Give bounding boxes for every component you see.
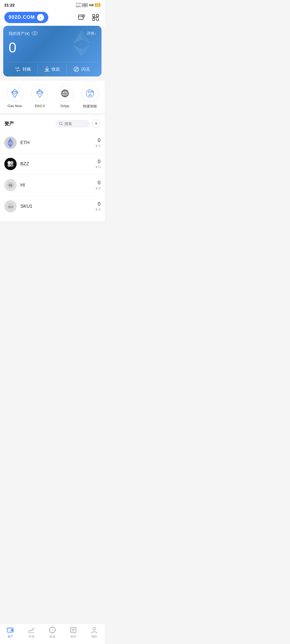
svg-marker-20 <box>82 45 90 57</box>
eth-cny: ¥ 0 <box>96 144 100 148</box>
quick-action-eth2[interactable]: Eth2.0 <box>31 85 48 109</box>
svg-rect-2 <box>93 4 93 6</box>
hi-logo: Hi <box>4 179 17 191</box>
svg-point-15 <box>32 31 37 35</box>
network-icon: 4G <box>89 3 94 7</box>
logo-button[interactable]: 902D.COM › <box>4 12 48 23</box>
assets-header: 资产 + <box>4 119 100 128</box>
eth-logo <box>4 137 17 149</box>
gas-now-icon <box>6 85 23 102</box>
add-chain-label: 快捷加链 <box>83 104 97 109</box>
receive-button[interactable]: 收款 <box>38 62 67 76</box>
search-input[interactable] <box>64 122 86 126</box>
search-bar: + <box>55 119 100 128</box>
asset-name-bzz: BZZ <box>20 161 96 167</box>
assets-section: 资产 + <box>0 115 105 221</box>
asset-name-eth: ETH <box>20 140 96 145</box>
asset-values-sku1: 0 ¥ 0 <box>96 201 100 211</box>
gas-now-label: Gas Now <box>8 104 22 108</box>
svg-marker-36 <box>88 94 92 96</box>
svg-marker-17 <box>73 30 82 43</box>
transfer-label: 转账 <box>23 67 31 72</box>
header-actions <box>77 13 100 22</box>
quick-action-dapp[interactable]: DApp <box>57 85 73 109</box>
asset-list: ETH 0 ¥ 0 BZZ 0 ¥ 0 <box>4 132 100 217</box>
search-input-wrap[interactable] <box>55 120 90 127</box>
search-icon <box>59 122 63 126</box>
eth2-icon <box>31 85 48 102</box>
hd-badge: HD <box>82 3 88 7</box>
asset-item-eth[interactable]: ETH 0 ¥ 0 <box>4 132 100 153</box>
svg-point-21 <box>74 67 79 72</box>
svg-rect-1 <box>92 5 93 6</box>
asset-label: 我的资产(¥) <box>9 31 38 36</box>
speed-indicator: 27.8 KB/s <box>76 2 81 8</box>
eth-watermark <box>68 30 95 58</box>
dapp-label: DApp <box>60 104 69 108</box>
asset-item-sku1[interactable]: SKU SKU1 0 ¥ 0 <box>4 196 100 217</box>
eth2-label: Eth2.0 <box>35 104 45 108</box>
scan-plus-button[interactable] <box>77 13 86 22</box>
status-bar: 21:22 27.8 KB/s HD 4G 18 <box>0 0 105 9</box>
swap-label: 闪兑 <box>81 67 90 72</box>
asset-values-bzz: 0 ¥ 0 <box>96 159 100 169</box>
receive-label: 收款 <box>52 67 60 72</box>
svg-text:SKU: SKU <box>8 206 13 208</box>
asset-info-eth: ETH <box>20 140 96 145</box>
eye-icon[interactable] <box>32 31 38 36</box>
logo-text: 902D.COM <box>9 14 35 20</box>
bzz-balance: 0 <box>96 159 100 164</box>
dapp-icon <box>57 85 73 102</box>
add-chain-icon: EVM <box>82 85 98 102</box>
svg-rect-9 <box>93 18 95 20</box>
battery-icon: 18 <box>95 3 100 7</box>
asset-values-eth: 0 ¥ 0 <box>96 138 100 148</box>
hi-balance: 0 <box>96 180 100 186</box>
asset-name-hi: HI <box>20 182 96 188</box>
add-asset-button[interactable]: + <box>92 119 100 128</box>
bzz-logo <box>4 158 17 170</box>
svg-marker-18 <box>82 30 90 43</box>
asset-name-sku1: SKU1 <box>20 204 96 209</box>
asset-item-bzz[interactable]: BZZ 0 ¥ 0 <box>4 153 100 175</box>
sku1-logo: SKU <box>4 200 17 213</box>
svg-point-47 <box>10 164 13 167</box>
svg-marker-19 <box>73 45 82 57</box>
quick-action-add-chain[interactable]: EVM 快捷加链 <box>82 85 98 109</box>
asset-item-hi[interactable]: Hi HI 0 ¥ 0 <box>4 175 100 196</box>
svg-rect-8 <box>93 14 95 17</box>
svg-line-38 <box>62 125 63 125</box>
hi-cny: ¥ 0 <box>96 186 100 190</box>
assets-title: 资产 <box>4 120 14 127</box>
asset-values-hi: 0 ¥ 0 <box>96 180 100 190</box>
quick-action-gas-now[interactable]: Gas Now <box>6 85 23 109</box>
app-header: 902D.COM › <box>0 9 105 26</box>
logo-arrow-icon: › <box>37 14 44 21</box>
scan-button[interactable] <box>91 13 100 22</box>
asset-info-hi: HI <box>20 182 96 188</box>
swap-button[interactable]: 闪兑 <box>67 62 96 76</box>
svg-text:EVM: EVM <box>88 90 94 93</box>
status-time: 21:22 <box>4 3 15 7</box>
svg-text:Hi: Hi <box>9 184 12 187</box>
sku1-cny: ¥ 0 <box>96 207 100 211</box>
bzz-cny: ¥ 0 <box>96 165 100 169</box>
eth-balance: 0 <box>96 138 100 143</box>
asset-info-sku1: SKU1 <box>20 204 96 209</box>
asset-card: 我的资产(¥) 详情 › 0 <box>3 26 102 76</box>
quick-actions: Gas Now Eth2.0 DApp <box>0 81 105 113</box>
sku1-balance: 0 <box>96 201 100 207</box>
asset-actions: 转账 收款 闪兑 <box>9 62 96 76</box>
transfer-button[interactable]: 转账 <box>9 62 38 76</box>
status-icons: 27.8 KB/s HD 4G 18 <box>76 2 100 8</box>
svg-point-16 <box>34 32 35 34</box>
asset-info-bzz: BZZ <box>20 161 96 167</box>
svg-rect-10 <box>96 14 99 17</box>
